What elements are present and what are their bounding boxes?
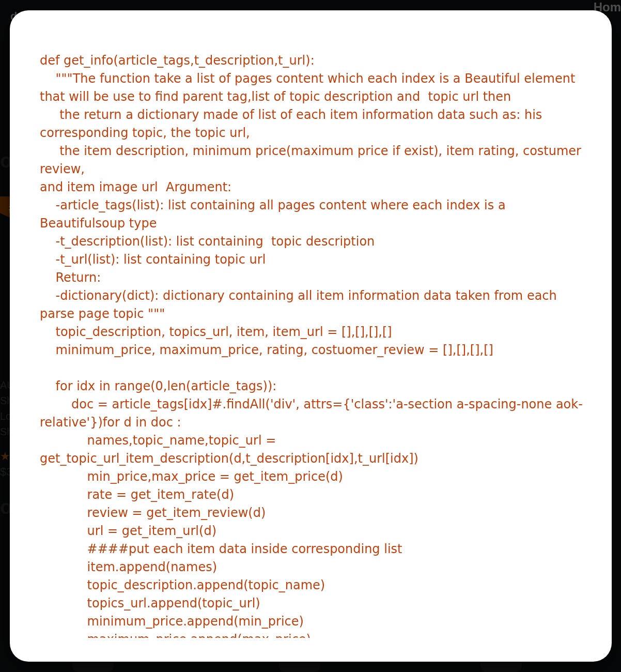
code-overlay-modal: def get_info(article_tags,t_description,… [10, 10, 612, 662]
code-block: def get_info(article_tags,t_description,… [40, 52, 592, 638]
